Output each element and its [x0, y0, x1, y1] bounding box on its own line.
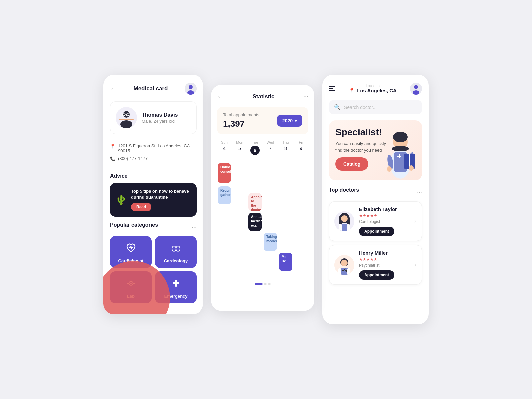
- screens-container: ← Medical card: [103, 75, 429, 324]
- plus-icon: [171, 278, 181, 291]
- medical-card-screen: ← Medical card: [103, 75, 203, 314]
- day-fri[interactable]: Fri 9: [294, 140, 308, 155]
- elizabeth-avatar-icon: [334, 211, 354, 231]
- day-num-fri: 9: [300, 146, 302, 151]
- read-button[interactable]: Read: [131, 203, 151, 211]
- stat-more-dots[interactable]: ···: [303, 93, 308, 100]
- event-requirements[interactable]: Requirements gathering: [218, 186, 231, 204]
- day-tue[interactable]: Tue 6: [248, 140, 262, 155]
- svg-rect-51: [338, 268, 341, 275]
- elizabeth-name: Elizabeth Taylor: [359, 206, 410, 212]
- elizabeth-appointment-button[interactable]: Appointment: [359, 227, 394, 236]
- hamburger-menu[interactable]: [329, 86, 335, 91]
- henry-name: Henry Miller: [359, 250, 410, 256]
- profile-avatar: [116, 107, 137, 128]
- day-thu[interactable]: Thu 8: [278, 140, 293, 155]
- day-num-tue: 6: [250, 146, 260, 155]
- state-name: CA: [389, 88, 397, 93]
- screen1-header: ← Medical card: [110, 83, 197, 95]
- chevron-right-icon-elizabeth[interactable]: ›: [414, 218, 416, 225]
- specialist-banner: Specialist! You can easily and quickly f…: [329, 120, 422, 180]
- year-text: 2020: [282, 118, 293, 123]
- scroll-indicator: [217, 283, 308, 285]
- day-num-mon: 5: [238, 146, 241, 151]
- cal-col-mon: [232, 160, 247, 279]
- calendar-area: Onlineconsultation Requirements gatherin…: [217, 160, 308, 279]
- lungs-icon: [171, 243, 181, 256]
- popular-title: Popular categories: [110, 222, 158, 228]
- info-section: 📍 1201 S Figueroa St, Los Angeles, CA 90…: [110, 139, 197, 168]
- user-avatar-small-icon: [410, 83, 422, 95]
- cactus-icon: 🌵: [115, 195, 127, 205]
- svg-rect-46: [347, 224, 350, 231]
- more-dots-icon[interactable]: ···: [192, 224, 197, 231]
- henry-info: Henry Miller ★★★★★ Psychiatrist Appointm…: [359, 250, 410, 280]
- search-bar[interactable]: 🔍 Search doctor...: [329, 100, 422, 114]
- avatar: [185, 83, 197, 95]
- henry-avatar-icon: [334, 255, 354, 275]
- day-name-wed: Wed: [267, 140, 274, 144]
- popular-categories-header: Popular categories ···: [110, 222, 197, 232]
- top-doctors-title: Top doctors: [329, 187, 359, 193]
- svg-point-1: [189, 85, 193, 89]
- cal-col-wed: Taking medication: [263, 160, 278, 279]
- profile-gender-age: Male, 24 yars old: [142, 119, 178, 124]
- day-wed[interactable]: Wed 7: [263, 140, 278, 155]
- days-row: Sun 4 Mon 5 Tue 6 Wed 7 Thu 8 Fri 9: [217, 140, 308, 155]
- profile-name: Thomas Davis: [142, 112, 178, 118]
- svg-point-53: [345, 270, 347, 272]
- back-button[interactable]: ←: [110, 85, 117, 93]
- cal-col-fri: [294, 160, 308, 279]
- cardeology-label: Cardeology: [164, 258, 188, 263]
- advice-card[interactable]: 🌵 Top 5 tips on how to behave during qua…: [110, 183, 197, 217]
- henry-stars: ★★★★★: [359, 257, 410, 262]
- henry-specialty: Psychiatrist: [359, 263, 410, 268]
- cardeology-category[interactable]: Cardeology: [155, 236, 197, 268]
- event-appointment[interactable]: Appointment to the doctor: [248, 193, 262, 211]
- chevron-right-icon-henry[interactable]: ›: [414, 261, 416, 268]
- cal-col-thu: MoDe: [278, 160, 293, 279]
- search-icon: 🔍: [334, 104, 341, 110]
- stat-back-button[interactable]: ←: [217, 93, 224, 100]
- nurse-illustration: [379, 124, 422, 180]
- henry-avatar: [334, 255, 354, 275]
- user-avatar: [410, 83, 422, 95]
- henry-appointment-button[interactable]: Appointment: [359, 270, 394, 280]
- svg-point-49: [341, 260, 348, 266]
- event-taking[interactable]: Taking medication: [264, 233, 277, 251]
- day-name-mon: Mon: [236, 140, 243, 144]
- top-doctors-header: Top doctors ···: [329, 187, 422, 197]
- day-mon[interactable]: Mon 5: [232, 140, 247, 155]
- event-annual[interactable]: Annual medical examination: [248, 213, 262, 231]
- address-text: 1201 S Figueroa St, Los Angeles, CA 9001…: [118, 143, 197, 153]
- event-online-consultation[interactable]: Onlineconsultation: [218, 163, 231, 183]
- scroll-dot-1: [264, 283, 267, 285]
- svg-point-43: [341, 215, 348, 222]
- catalog-button[interactable]: Catalog: [335, 157, 368, 171]
- svg-point-10: [172, 246, 176, 251]
- location-city: 📍 Los Angeles, CA: [349, 88, 397, 94]
- total-number: 1,397: [223, 119, 259, 129]
- location-info: Location 📍 Los Angeles, CA: [349, 84, 397, 94]
- elizabeth-stars: ★★★★★: [359, 213, 410, 218]
- year-badge[interactable]: 2020 ▾: [277, 115, 302, 127]
- svg-rect-22: [173, 282, 179, 284]
- statistic-screen: ← Statistic ··· Total appointments 1,397…: [211, 85, 314, 311]
- location-pin-icon: 📍: [349, 88, 355, 93]
- event-mo[interactable]: MoDe: [279, 253, 292, 271]
- location-label: Location: [349, 84, 397, 88]
- svg-rect-45: [339, 224, 342, 231]
- svg-rect-5: [119, 119, 134, 120]
- phone-text: (800) 477-1477: [118, 156, 148, 161]
- scroll-dot-active: [255, 283, 263, 285]
- profile-avatar-icon: [116, 107, 137, 128]
- svg-rect-36: [397, 156, 401, 157]
- doctor-card-elizabeth: Elizabeth Taylor ★★★★★ Cardiologist Appo…: [329, 201, 422, 241]
- top-doctors-more-dots[interactable]: ···: [417, 189, 422, 196]
- hamburger-line-3: [329, 90, 335, 91]
- svg-point-38: [409, 165, 414, 171]
- heart-icon: [126, 243, 136, 256]
- day-name-sun: Sun: [221, 140, 228, 144]
- day-sun[interactable]: Sun 4: [217, 140, 232, 155]
- advice-text: Top 5 tips on how to behave during quara…: [131, 188, 191, 200]
